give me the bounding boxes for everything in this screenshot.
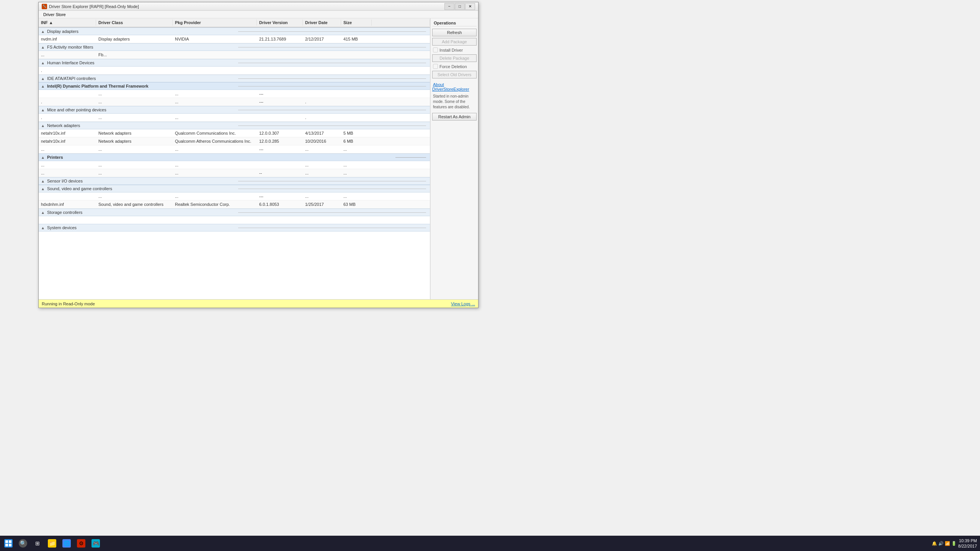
- table-row[interactable]: . ... ... --- .: [39, 98, 430, 106]
- select-old-drivers-button[interactable]: Select Old Drivers: [432, 71, 477, 78]
- col-provider[interactable]: Pkg Provider: [173, 20, 257, 26]
- table-row[interactable]: ... Fb...: [39, 51, 430, 59]
- category-ide[interactable]: ▲ IDE ATA/ATAPI controllers: [39, 75, 430, 82]
- col-version[interactable]: Driver Version: [257, 20, 303, 26]
- close-button[interactable]: ✕: [465, 3, 475, 10]
- refresh-button[interactable]: Refresh: [432, 29, 477, 36]
- category-label: Human Interface Devices: [47, 60, 235, 65]
- cell-inf: ...: [39, 52, 96, 58]
- table-row[interactable]: .: [39, 67, 430, 75]
- delete-package-button[interactable]: Delete Package: [432, 54, 477, 62]
- category-sound[interactable]: ▲ Sound, video and game controllers: [39, 185, 430, 192]
- cell-inf: hdxdnhm.inf: [39, 201, 96, 207]
- category-label: Intel(R) Dynamic Platform and Thermal Fr…: [47, 84, 235, 88]
- minimize-button[interactable]: −: [444, 3, 454, 10]
- table-row[interactable]: ... ... ---: [39, 90, 430, 98]
- collapse-icon: ▲: [41, 210, 46, 215]
- collapse-icon: ▲: [41, 45, 46, 49]
- category-intel-dptf[interactable]: ▲ Intel(R) Dynamic Platform and Thermal …: [39, 82, 430, 90]
- cell-date: ...: [303, 146, 341, 152]
- category-label: Storage controllers: [47, 210, 235, 215]
- install-driver-checkbox-container: Install Driver: [432, 47, 477, 53]
- collapse-icon: ▲: [41, 108, 46, 112]
- force-deletion-checkbox[interactable]: [433, 64, 438, 69]
- category-sensor[interactable]: ▲ Sensor I/O devices: [39, 177, 430, 185]
- category-hid[interactable]: ▲ Human Interface Devices: [39, 59, 430, 67]
- install-driver-checkbox[interactable]: [433, 47, 438, 52]
- cell-inf: [39, 193, 96, 199]
- category-label: Sound, video and game controllers: [47, 186, 235, 191]
- empty-section: [39, 231, 430, 239]
- category-line: [238, 31, 426, 32]
- table-row[interactable]: ... ... ... ... ...: [39, 161, 430, 169]
- about-link[interactable]: About DriverStoreExplorer: [432, 82, 470, 92]
- cell-version: 6.0.1.8053: [257, 201, 303, 207]
- collapse-icon: ▲: [41, 187, 46, 191]
- table-row[interactable]: nvdm.inf Display adapters NVIDIA 21.21.1…: [39, 35, 430, 43]
- cell-provider: ...: [173, 91, 257, 97]
- col-class[interactable]: Driver Class: [96, 20, 173, 26]
- col-size[interactable]: Size: [341, 20, 372, 26]
- cell-extra: [372, 67, 430, 73]
- restart-as-admin-button[interactable]: Restart As Admin: [432, 113, 477, 121]
- category-line: [238, 228, 426, 228]
- cell-extra: [372, 114, 430, 121]
- table-row[interactable]: . ... ... .: [39, 114, 430, 122]
- driver-list[interactable]: INF ▲ Driver Class Pkg Provider Driver V…: [39, 18, 430, 299]
- table-row[interactable]: hdxdnhm.inf Sound, video and game contro…: [39, 201, 430, 209]
- table-row[interactable]: ... ... ... -- ... ...: [39, 169, 430, 177]
- cell-extra: [372, 130, 430, 136]
- cell-inf: .: [39, 114, 96, 121]
- category-system[interactable]: ▲ System devices: [39, 224, 430, 231]
- category-line: [238, 78, 426, 79]
- window-title: Driver Store Explorer [RAPR] [Read-Only …: [49, 4, 139, 9]
- category-display-adapters[interactable]: ▲ Display adapters: [39, 28, 430, 35]
- cell-version: 12.0.0.285: [257, 138, 303, 144]
- maximize-button[interactable]: □: [455, 3, 465, 10]
- category-printers[interactable]: ▲ Printers: [39, 153, 430, 161]
- collapse-icon: ▲: [41, 124, 46, 128]
- table-row[interactable]: netahr10x.inf Network adapters Qualcomm …: [39, 137, 430, 145]
- col-inf[interactable]: INF ▲: [39, 20, 96, 26]
- empty-section: [39, 239, 430, 247]
- menu-driver-store[interactable]: Driver Store: [40, 11, 69, 18]
- category-network[interactable]: ▲ Network adapters: [39, 122, 430, 129]
- cell-provider: ...: [173, 162, 257, 168]
- cell-class: ...: [96, 91, 173, 97]
- category-mice[interactable]: ▲ Mice and other pointing devices: [39, 106, 430, 114]
- category-label: Sensor I/O devices: [47, 179, 235, 183]
- cell-version: [257, 52, 303, 58]
- cell-provider: Realtek Semiconductor Corp.: [173, 201, 257, 207]
- category-line: [395, 157, 426, 158]
- table-row[interactable]: netahr10x.inf Network adapters Qualcomm …: [39, 129, 430, 137]
- table-row[interactable]: ... ... ... --- ... ...: [39, 145, 430, 153]
- cell-date: 10/20/2016: [303, 138, 341, 144]
- category-line: [238, 110, 426, 110]
- category-line: [238, 212, 426, 213]
- category-fs-activity[interactable]: ▲ FS Activity monitor filters: [39, 43, 430, 51]
- cell-class: Network adapters: [96, 138, 173, 144]
- cell-class: Fb...: [96, 52, 173, 58]
- cell-size: 63 MB: [341, 201, 372, 207]
- table-row[interactable]: ... ... --- ... ...: [39, 192, 430, 201]
- collapse-icon: ▲: [41, 84, 46, 88]
- category-label: Network adapters: [47, 123, 235, 128]
- cell-size: [341, 67, 372, 73]
- add-package-button[interactable]: Add Package: [432, 38, 477, 46]
- cell-date: 2/12/2017: [303, 36, 341, 42]
- cell-extra: [372, 193, 430, 199]
- category-label: Mice and other pointing devices: [47, 108, 235, 112]
- category-line: [238, 63, 426, 63]
- cell-provider: Qualcomm Atheros Communications Inc.: [173, 138, 257, 144]
- cell-version: [257, 67, 303, 73]
- cell-inf: ...: [39, 162, 96, 168]
- cell-class: Network adapters: [96, 130, 173, 136]
- view-logs-link[interactable]: View Logs ...: [451, 302, 475, 306]
- cell-date: ...: [303, 193, 341, 199]
- cell-size: 6 MB: [341, 138, 372, 144]
- cell-provider: Qualcomm Communications Inc.: [173, 130, 257, 136]
- col-date[interactable]: Driver Date: [303, 20, 341, 26]
- empty-section: [39, 216, 430, 224]
- content-area: INF ▲ Driver Class Pkg Provider Driver V…: [39, 18, 478, 299]
- category-storage[interactable]: ▲ Storage controllers: [39, 209, 430, 216]
